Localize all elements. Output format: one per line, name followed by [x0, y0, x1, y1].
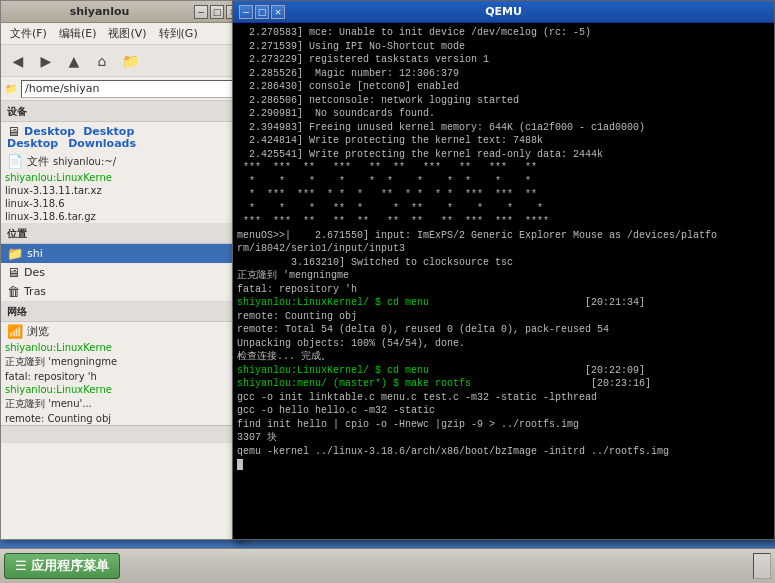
- sidebar-des-label: Des: [24, 266, 45, 279]
- sidebar-item-trash[interactable]: 🗑 Tras: [1, 282, 244, 301]
- filemanager-statusbar: [1, 425, 244, 443]
- sidebar-msg2-text: fatal: repository 'h: [5, 371, 97, 382]
- term-line-fatal: fatal: repository 'h: [237, 283, 770, 297]
- term-line-3: 2.273229] registered taskstats version 1: [237, 53, 770, 67]
- terminal-window: − □ × QEMU 2.270583] mce: Unable to init…: [232, 0, 775, 540]
- filemanager-title: shiyanlou: [5, 5, 194, 18]
- sidebar-item-file[interactable]: 📄 文件shiyanlou:~/: [1, 152, 244, 171]
- term-line-check: 检查连接... 完成。: [237, 350, 770, 364]
- maximize-button[interactable]: □: [210, 5, 224, 19]
- sidebar-shell4: shiyanlou:LinuxKerne: [1, 383, 244, 396]
- menu-goto[interactable]: 转到(G): [154, 24, 203, 43]
- sidebar-green-text-2: shiyanlou:LinuxKerne: [5, 384, 112, 395]
- sidebar-desktop-downloads[interactable]: Desktop Downloads: [1, 137, 244, 152]
- address-path-text: /home/shiyan: [25, 82, 100, 95]
- term-line-gcc2: gcc -o hello hello.c -m32 -static: [237, 404, 770, 418]
- sidebar-shi-label: shi: [27, 247, 43, 260]
- file-icon: 📄: [7, 154, 23, 169]
- terminal-controls: − □ ×: [239, 5, 285, 19]
- term-line-qemu: qemu -kernel ../linux-3.18.6/arch/x86/bo…: [237, 445, 770, 459]
- term-line-menuos: menuOS>>| 2.671550] input: ImExPS/2 Gene…: [237, 229, 770, 243]
- term-line-counting: remote: Counting obj: [237, 310, 770, 324]
- terminal-content[interactable]: 2.270583] mce: Unable to init device /de…: [233, 23, 774, 539]
- linux-2-text: linux-3.18.6.tar.gz: [5, 211, 96, 222]
- trash-icon: 🗑: [7, 284, 20, 299]
- taskbar-clock: [753, 553, 771, 579]
- sidebar-section-location: 位置: [1, 223, 244, 244]
- filemanager-toolbar: ◀ ▶ ▲ ⌂ 📁: [1, 45, 244, 77]
- term-line-9: 2.424814] Write protecting the kernel te…: [237, 134, 770, 148]
- sidebar-msg2: fatal: repository 'h: [1, 370, 244, 383]
- sidebar-msg1: 正克隆到 'mengningme: [1, 354, 244, 370]
- term-line-gcc1: gcc -o init linktable.c menu.c test.c -m…: [237, 391, 770, 405]
- forward-button[interactable]: ▶: [33, 48, 59, 74]
- desktop: shiyanlou − □ × 文件(F) 编辑(E) 视图(V) 转到(G) …: [0, 0, 775, 583]
- address-path[interactable]: /home/shiyan: [21, 80, 240, 98]
- term-line-stars2: * * * * * * * * * * *: [237, 175, 770, 189]
- term-minimize[interactable]: −: [239, 5, 253, 19]
- sidebar-shell-line: shiyanlou:LinuxKerne: [1, 171, 244, 184]
- sidebar-section-network: 网络: [1, 301, 244, 322]
- term-line-1: 2.270583] mce: Unable to init device /de…: [237, 26, 770, 40]
- term-line-7: 2.290981] No soundcards found.: [237, 107, 770, 121]
- des-icon: 🖥: [7, 265, 20, 280]
- linux-1-text: linux-3.18.6: [5, 198, 65, 209]
- taskbar: ☰ 应用程序菜单: [0, 548, 775, 583]
- term-line-clone1: 正克隆到 'mengningme: [237, 269, 770, 283]
- term-cursor-line: [237, 458, 770, 472]
- sidebar-label-downloads2: Downloads: [68, 137, 136, 150]
- sidebar-file-label: 文件: [27, 154, 49, 169]
- sidebar-shell-line2: linux-3.13.11.tar.xz: [1, 184, 244, 197]
- term-line-4: 2.285526] Magic number: 12:306:379: [237, 67, 770, 81]
- term-line-shell1: shiyanlou:LinuxKernel/ $ cd menu [20:21:…: [237, 296, 770, 310]
- sidebar-file-path: shiyanlou:~/: [53, 156, 116, 167]
- sidebar-label-desktop2: Desktop: [7, 137, 58, 150]
- sidebar-section-devices: 设备: [1, 101, 244, 122]
- term-line-stars5: *** *** ** ** ** ** ** ** *** *** ****: [237, 215, 770, 229]
- shi-icon: 📁: [7, 246, 23, 261]
- sidebar-linux-1: linux-3.18.6: [1, 197, 244, 210]
- menu-file[interactable]: 文件(F): [5, 24, 52, 43]
- filemanager-sidebar[interactable]: 设备 🖥 Desktop Desktop Desktop Downloads 📄…: [1, 101, 244, 425]
- start-label: ☰ 应用程序菜单: [15, 557, 109, 575]
- sidebar-linux-2: linux-3.18.6.tar.gz: [1, 210, 244, 223]
- sidebar-msg3: 正克隆到 'menu'...: [1, 396, 244, 412]
- minimize-button[interactable]: −: [194, 5, 208, 19]
- term-line-stars3: * *** *** * * * ** * * * * *** *** **: [237, 188, 770, 202]
- terminal-title: QEMU: [285, 5, 722, 18]
- term-line-shell2: shiyanlou:LinuxKernel/ $ cd menu [20:22:…: [237, 364, 770, 378]
- start-button[interactable]: ☰ 应用程序菜单: [4, 553, 120, 579]
- shell-text-1: shiyanlou:LinuxKerne: [5, 172, 112, 183]
- sidebar-item-browse[interactable]: 📶 浏览: [1, 322, 244, 341]
- sidebar-browse-label: 浏览: [27, 324, 49, 339]
- sidebar-green-text-1: shiyanlou:LinuxKerne: [5, 342, 112, 353]
- term-line-rm1: rm/i8042/serio1/input/input3: [237, 242, 770, 256]
- term-line-2: 2.271539] Using IPI No-Shortcut mode: [237, 40, 770, 54]
- sidebar-item-shi[interactable]: 📁 shi: [1, 244, 244, 263]
- sidebar-item-des[interactable]: 🖥 Des: [1, 263, 244, 282]
- menu-view[interactable]: 视图(V): [103, 24, 151, 43]
- term-line-total: remote: Total 54 (delta 0), reused 0 (de…: [237, 323, 770, 337]
- terminal-titlebar: − □ × QEMU: [233, 1, 774, 23]
- folder-button[interactable]: 📁: [117, 48, 143, 74]
- home-button[interactable]: ⌂: [89, 48, 115, 74]
- sidebar-msg3-text: 正克隆到 'menu'...: [5, 397, 92, 411]
- term-close[interactable]: ×: [271, 5, 285, 19]
- term-line-6: 2.286506] netconsole: network logging st…: [237, 94, 770, 108]
- term-line-5: 2.286430] console [netcon0] enabled: [237, 80, 770, 94]
- back-button[interactable]: ◀: [5, 48, 31, 74]
- term-maximize[interactable]: □: [255, 5, 269, 19]
- term-line-8: 2.394983] Freeing unused kernel memory: …: [237, 121, 770, 135]
- sidebar-msg4: remote: Counting obj: [1, 412, 244, 425]
- menu-edit[interactable]: 编辑(E): [54, 24, 102, 43]
- sidebar-trash-label: Tras: [24, 285, 46, 298]
- filemanager-menubar: 文件(F) 编辑(E) 视图(V) 转到(G): [1, 23, 244, 45]
- up-button[interactable]: ▲: [61, 48, 87, 74]
- term-line-blocks: 3307 块: [237, 431, 770, 445]
- term-line-find: find init hello | cpio -o -Hnewc |gzip -…: [237, 418, 770, 432]
- shell-text-2: linux-3.13.11.tar.xz: [5, 185, 102, 196]
- address-label: 📁: [5, 83, 17, 94]
- term-line-10: 2.425541] Write protecting the kernel re…: [237, 148, 770, 162]
- term-line-stars4: * * * ** * * ** * * * *: [237, 202, 770, 216]
- filemanager-window: shiyanlou − □ × 文件(F) 编辑(E) 视图(V) 转到(G) …: [0, 0, 245, 540]
